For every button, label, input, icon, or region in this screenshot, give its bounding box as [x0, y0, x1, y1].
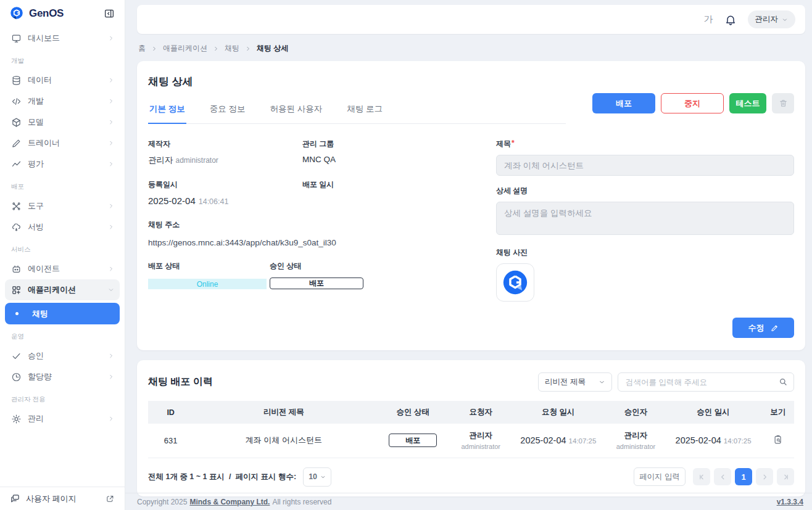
sidebar-item-model[interactable]: 모델 [5, 112, 120, 133]
next-page-button[interactable] [756, 468, 773, 485]
page-button-1[interactable]: 1 [735, 468, 752, 485]
page-title: 채팅 상세 [148, 75, 794, 89]
sidebar-item-trainer[interactable]: 트레이너 [5, 133, 120, 154]
status-badge: 배포 [389, 434, 437, 447]
sidebar: GenOS 대시보드 개발 데이터 개발 모델 [0, 0, 125, 510]
user-page-label: 사용자 페이지 [26, 493, 77, 504]
created-at-label: 등록일시 [148, 179, 302, 190]
title-input[interactable] [496, 155, 794, 176]
page-footer: Copyright 2025 Minds & Company Ltd. All … [125, 493, 812, 510]
search-icon[interactable] [778, 377, 788, 387]
sidebar-item-label: 채팅 [32, 308, 48, 319]
rows-per-page-select[interactable]: 10 [303, 467, 331, 487]
sidebar-item-evaluation[interactable]: 평가 [5, 154, 120, 175]
cube-icon [11, 117, 22, 128]
breadcrumb-home[interactable]: 홈 [138, 43, 146, 54]
col-approver: 승인자 [607, 401, 665, 424]
table-header-row: ID 리비전 제목 승인 상태 요청자 요청 일시 승인자 승인 일시 보기 [148, 401, 794, 424]
chevron-right-icon [107, 415, 115, 422]
search-input[interactable] [618, 372, 794, 392]
description-textarea[interactable] [496, 202, 794, 235]
edit-button[interactable]: 수정 [732, 318, 794, 338]
breadcrumb-application[interactable]: 애플리케이션 [163, 43, 207, 54]
test-button[interactable]: 테스트 [729, 93, 766, 113]
sidebar-section-ops: 운영 [11, 332, 114, 341]
chevron-down-icon [782, 17, 788, 23]
sidebar-item-serving[interactable]: 서빙 [5, 216, 120, 237]
copyright-suffix: All rights reserved [272, 498, 331, 506]
prev-page-button[interactable] [714, 468, 731, 485]
sidebar-item-data[interactable]: 데이터 [5, 70, 120, 91]
approval-status-label: 승인 상태 [270, 261, 363, 271]
sidebar-item-label: 데이터 [28, 75, 52, 86]
genos-logo[interactable]: GenOS [9, 6, 64, 22]
database-icon [11, 75, 22, 86]
group-label: 관리 그룹 [302, 139, 457, 149]
page-number-input[interactable] [634, 467, 686, 486]
user-menu[interactable]: 관리자 [748, 10, 796, 28]
company-link[interactable]: Minds & Company Ltd. [189, 498, 270, 506]
sidebar-item-label: 개발 [28, 96, 44, 107]
main-area: 가 관리자 홈 애플리케이션 채팅 채팅 상세 채팅 상세 기본 정보 중요 정… [125, 0, 812, 510]
tools-icon [11, 201, 22, 212]
last-page-button[interactable] [777, 468, 794, 485]
sidebar-item-label: 승인 [28, 350, 44, 361]
active-bullet-icon [15, 312, 19, 315]
breadcrumb-chat[interactable]: 채팅 [225, 43, 239, 54]
sidebar-section-admin: 관리자 전용 [11, 395, 114, 404]
view-detail-icon[interactable] [773, 434, 784, 445]
created-at-value: 2025-02-0414:06:41 [148, 195, 302, 206]
stop-button[interactable]: 중지 [661, 93, 724, 113]
description-label: 상세 설명 [496, 186, 794, 196]
bell-icon[interactable] [724, 14, 737, 26]
delete-button[interactable] [772, 93, 794, 113]
cell-id: 631 [148, 424, 193, 458]
tab-allowed-users[interactable]: 허용된 사용자 [269, 101, 324, 123]
filter-select[interactable]: 리비전 제목 [538, 372, 612, 392]
chat-photo-logo-icon [501, 268, 529, 297]
chevron-right-icon [245, 46, 251, 52]
deploy-button[interactable]: 배포 [592, 93, 655, 113]
pencil-icon [11, 138, 22, 149]
check-icon [11, 351, 22, 361]
chevron-right-icon [107, 139, 115, 147]
history-title: 채팅 배포 이력 [148, 376, 213, 389]
clock-icon [11, 372, 22, 382]
creator-id: administrator [176, 156, 218, 165]
tab-chat-log[interactable]: 채팅 로그 [346, 101, 384, 123]
sidebar-item-tools[interactable]: 도구 [5, 195, 120, 216]
sidebar-item-dashboard[interactable]: 대시보드 [5, 28, 120, 49]
status-row: 배포 상태 Online 승인 상태 배포 [148, 261, 469, 289]
sidebar-item-application[interactable]: 애플리케이션 [5, 279, 120, 300]
sidebar-item-label: 트레이너 [28, 138, 60, 149]
tab-basic-info[interactable]: 기본 정보 [148, 101, 186, 124]
chevron-right-icon [107, 352, 115, 360]
col-approval-date: 승인 일시 [665, 401, 762, 424]
sidebar-item-quota[interactable]: 할당량 [5, 366, 120, 387]
chevron-right-icon [107, 97, 115, 105]
sidebar-collapse-icon[interactable] [104, 8, 115, 19]
sidebar-item-agent[interactable]: 에이전트 [5, 258, 120, 279]
sidebar-item-chat[interactable]: 채팅 [5, 303, 120, 324]
detail-tabs: 기본 정보 중요 정보 허용된 사용자 채팅 로그 [148, 101, 566, 124]
creator-label: 제작자 [148, 139, 302, 149]
sidebar-item-approval[interactable]: 승인 [5, 345, 120, 366]
history-table: ID 리비전 제목 승인 상태 요청자 요청 일시 승인자 승인 일시 보기 6… [148, 401, 794, 458]
tab-important-info[interactable]: 중요 정보 [209, 101, 247, 123]
chat-photo-label: 채팅 사진 [496, 247, 794, 258]
version-link[interactable]: v1.3.3.4 [777, 498, 803, 506]
sidebar-section-dev: 개발 [11, 57, 114, 65]
genos-logo-icon [9, 6, 25, 22]
font-size-button[interactable]: 가 [704, 14, 713, 25]
detail-action-buttons: 배포 중지 테스트 [592, 93, 794, 113]
sidebar-item-develop[interactable]: 개발 [5, 91, 120, 112]
filter-selected-value: 리비전 제목 [545, 377, 586, 387]
monitor-icon [11, 33, 22, 44]
cloud-icon [11, 222, 22, 232]
first-page-button[interactable] [693, 468, 710, 485]
cell-approval-status: 배포 [374, 424, 452, 458]
sidebar-item-management[interactable]: 관리 [5, 408, 120, 429]
col-request-date: 요청 일시 [510, 401, 607, 424]
user-page-link[interactable]: 사용자 페이지 [0, 487, 125, 510]
breadcrumb: 홈 애플리케이션 채팅 채팅 상세 [138, 43, 805, 54]
